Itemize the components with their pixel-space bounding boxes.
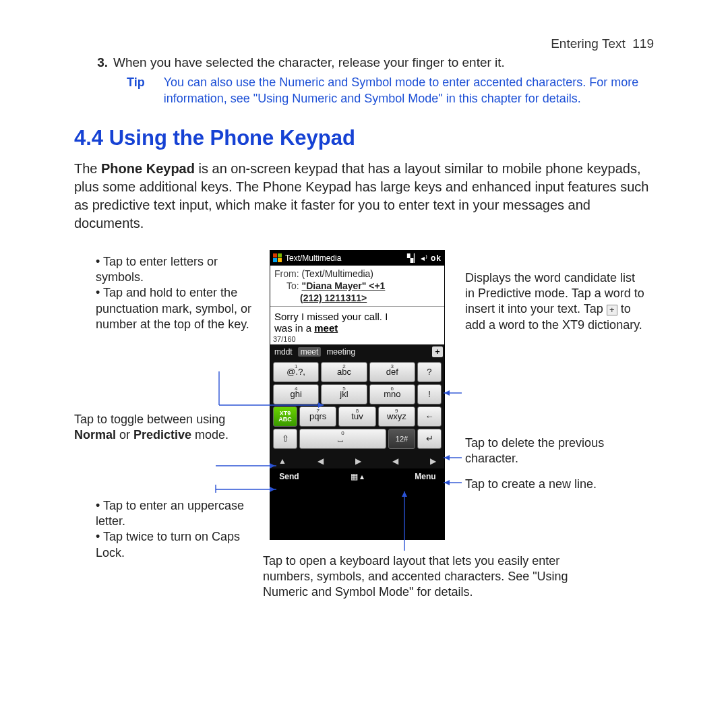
pred-word-1[interactable]: mddt [272,347,295,357]
annotation-shift-key: Tap to enter an uppercase letter. Tap tw… [88,498,256,562]
page-header: Entering Text 119 [74,36,654,51]
key-exclaim[interactable]: ! [417,384,442,404]
svg-marker-11 [444,455,450,460]
annotation-mode-toggle: Tap to toggle between using Normal or Pr… [74,412,260,444]
add-word-button[interactable]: + [432,346,443,357]
step-3: 3. When you have selected the character,… [74,55,654,70]
compose-header: From: (Text/Multimedia) To: "Diana Mayer… [270,266,444,306]
annotation-candidate-list: Displays the word candidate list in Pred… [465,270,647,334]
nav-arrow-row: ▲ ◀ ▶ ◀ ▶ [270,454,444,468]
nav-left-1-icon[interactable]: ◀ [317,456,324,466]
sip-toggle-icon[interactable]: ▦ ▴ [308,472,406,481]
key-question[interactable]: ? [417,362,442,382]
step-number: 3. [93,55,108,70]
keypad-diagram: Text/Multimedia ▚▏◂⁾ ok From: (Text/Mult… [74,250,654,634]
page-number: 119 [632,36,654,51]
key-3-def[interactable]: 3def [369,362,415,382]
phone-titlebar: Text/Multimedia ▚▏◂⁾ ok [270,251,444,266]
tip-block: Tip You can also use the Numeric and Sym… [74,74,654,107]
phone-keypad: 1@.?, 2abc 3def ? 4ghi 5jkl 6mno ! XT9AB… [270,359,444,454]
windows-flag-icon [273,253,282,263]
section-heading: 4.4 Using the Phone Keypad [74,126,654,150]
tip-text: You can also use the Numeric and Symbol … [164,74,654,107]
from-value: (Text/Multimedia) [301,268,373,279]
char-count: 37/160 [270,335,444,344]
to-label: To: [286,280,299,291]
to-value-1: "Diana Mayer" <+1 [302,280,386,291]
pred-word-2[interactable]: meet [298,347,322,357]
key-9-wxyz[interactable]: 9wxyz [378,406,415,427]
app-title: Text/Multimedia [285,253,341,263]
menu-softkey[interactable]: Menu [406,472,444,481]
annotation-numeric-mode: Tap to open a keyboard layout that lets … [263,553,593,601]
phone-softkey-bar: Send ▦ ▴ Menu [270,468,444,485]
msg-line-1: Sorry I missed your call. I [274,311,440,322]
key-2-abc[interactable]: 2abc [321,362,367,382]
svg-marker-13 [444,480,450,485]
to-value-2: (212) 1211311> [300,293,367,303]
svg-marker-9 [444,390,450,396]
status-icons: ▚▏◂⁾ ok [407,253,442,263]
step-text: When you have selected the character, re… [113,55,505,70]
key-numeric-symbol[interactable]: 12# [388,429,415,449]
annotation-enter: Tap to create a new line. [465,477,654,492]
from-label: From: [274,268,299,279]
message-area[interactable]: Sorry I missed your call. I was in a mee… [270,306,444,335]
key-mode-toggle[interactable]: XT9ABC [273,406,297,427]
nav-right-2-icon[interactable]: ▶ [430,456,436,466]
key-7-pqrs[interactable]: 7pqrs [299,406,336,427]
annotation-backspace: Tap to delete the previous character. [465,435,640,467]
send-softkey[interactable]: Send [270,472,308,481]
key-backspace[interactable]: ← [417,406,442,427]
key-4-ghi[interactable]: 4ghi [273,384,319,404]
key-space[interactable]: 0⎵ [299,429,386,449]
nav-up-icon[interactable]: ▲ [278,456,286,466]
prediction-bar: mddt meet meeting + [270,344,444,359]
tip-label: Tip [127,74,145,107]
key-shift[interactable]: ⇧ [273,429,297,449]
key-1[interactable]: 1@.?, [273,362,319,382]
key-8-tuv[interactable]: 8tuv [338,406,375,427]
plus-icon-inline: + [607,305,617,315]
key-5-jkl[interactable]: 5jkl [321,384,367,404]
msg-last-word: meet [314,322,338,334]
section-name: Entering Text [551,36,626,51]
intro-paragraph: The Phone Keypad is an on-screen keypad … [74,160,654,233]
key-enter[interactable]: ↵ [417,429,442,449]
pred-word-3[interactable]: meeting [324,347,358,357]
annotation-letter-keys: Tap to enter letters or symbols. Tap and… [88,254,256,333]
nav-left-2-icon[interactable]: ◀ [392,456,398,466]
phone-mockup: Text/Multimedia ▚▏◂⁾ ok From: (Text/Mult… [270,250,445,540]
key-6-mno[interactable]: 6mno [369,384,415,404]
nav-right-1-icon[interactable]: ▶ [355,456,361,466]
